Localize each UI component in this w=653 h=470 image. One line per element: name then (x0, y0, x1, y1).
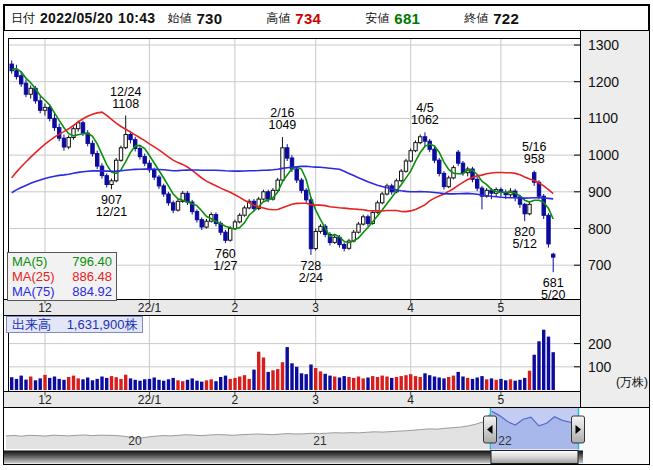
year-label: 20 (128, 434, 142, 448)
candle-body (547, 215, 550, 244)
volume-bar (476, 378, 479, 391)
candle-body (362, 217, 365, 224)
volume-bar (404, 375, 407, 390)
ma25-label: MA(25) (12, 269, 55, 284)
candle-body (143, 157, 146, 164)
volume-bar (305, 374, 308, 390)
volume-bar (77, 378, 80, 390)
candle-body (476, 179, 479, 188)
candle-body (238, 215, 241, 222)
candle-body (400, 171, 403, 181)
scrollbar-thumb[interactable] (491, 451, 578, 464)
candle-body (523, 204, 526, 214)
candle-body (262, 192, 265, 199)
volume-bar (371, 376, 374, 390)
candle-body (110, 181, 113, 185)
volume-bar (210, 379, 213, 390)
candle-body (295, 169, 298, 180)
x-axis-strip-1 (4, 300, 581, 316)
volume-bar (447, 377, 450, 390)
candle-body (233, 222, 236, 229)
volume-bar (286, 347, 289, 390)
volume-bar (357, 377, 360, 391)
volume-bar (43, 375, 46, 390)
volume-bar (81, 379, 84, 390)
year-label: 21 (313, 434, 327, 448)
volume-bar (157, 380, 160, 390)
volume-bar (53, 377, 56, 391)
volume-bar (267, 372, 270, 390)
candle-body (423, 137, 426, 141)
volume-bar (181, 381, 184, 390)
volume-bar (271, 370, 274, 390)
candle-body (286, 148, 289, 158)
volume-bar (91, 380, 94, 390)
volume-tick-label: 100 (588, 359, 612, 375)
volume-bar (229, 379, 232, 390)
volume-bar (129, 378, 132, 390)
volume-bar (138, 381, 141, 390)
month-label: 5 (498, 301, 505, 315)
volume-bar (461, 377, 464, 391)
candle-body (528, 204, 531, 214)
volume-bar (537, 341, 540, 390)
price-tick-label: 1000 (588, 147, 619, 163)
overview-panel: 202122 (6, 408, 585, 450)
volume-bar (67, 377, 70, 390)
candle-body (43, 107, 46, 110)
volume-bar (514, 381, 517, 390)
volume-bar (148, 379, 151, 390)
candle-body (53, 118, 56, 127)
candle-body (48, 107, 51, 118)
volume-bar (542, 330, 545, 390)
volume-bar (328, 376, 331, 390)
candle-body (243, 208, 246, 215)
volume-bar (39, 378, 42, 390)
volume-bar (62, 380, 65, 390)
candle-body (172, 203, 175, 210)
volume-bar (471, 379, 474, 390)
candle-body (438, 160, 441, 173)
volume-bar (452, 376, 455, 390)
candle-body (62, 138, 65, 147)
volume-bar (281, 362, 284, 390)
volume-bar (352, 378, 355, 390)
volume-bar (324, 374, 327, 390)
scrollbar (4, 451, 583, 464)
candle-body (433, 149, 436, 160)
annotation-line2: 1062 (411, 113, 439, 127)
volume-bar (29, 377, 32, 391)
month-label: 4 (407, 393, 414, 407)
month-label: 3 (312, 393, 319, 407)
candle-body (162, 186, 165, 194)
candle-body (267, 192, 270, 199)
volume-bar (528, 371, 531, 390)
volume-bar (233, 378, 236, 390)
candle-body (200, 220, 203, 227)
high-value: 734 (295, 10, 321, 27)
date-label: 日付 (11, 10, 35, 27)
price-tick-label: 900 (588, 184, 612, 200)
volume-bar (319, 371, 322, 390)
volume-bar (495, 380, 498, 390)
time-value: 10:43 (118, 10, 155, 26)
month-label: 3 (312, 301, 319, 315)
volume-bar (457, 372, 460, 390)
volume-bar (191, 378, 194, 390)
annotation-line2: 2/24 (299, 271, 323, 285)
volume-bar (490, 378, 493, 390)
volume-bar (381, 376, 384, 390)
candle-body (461, 163, 464, 173)
candle-body (314, 231, 317, 248)
volume-bar (153, 378, 156, 391)
ma5-label: MA(5) (12, 254, 47, 269)
high-label: 高値 (266, 10, 290, 27)
candle-body (157, 177, 160, 186)
month-label: 5 (498, 393, 505, 407)
price-tick-label: 1300 (588, 37, 619, 53)
candle-body (442, 173, 445, 186)
candle-body (281, 148, 284, 180)
volume-bar (205, 380, 208, 390)
candle-body (124, 135, 127, 148)
month-label: 4 (407, 301, 414, 315)
